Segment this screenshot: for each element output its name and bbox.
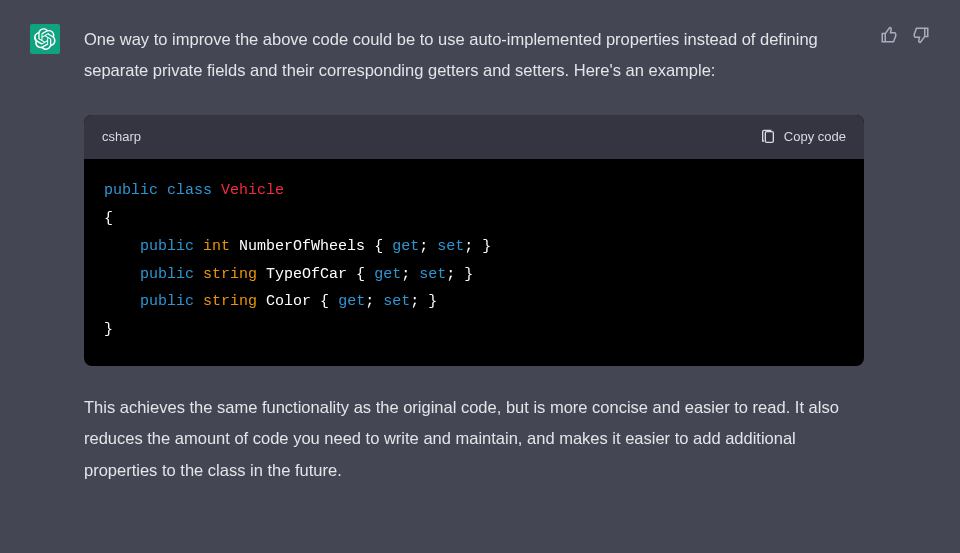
copy-code-button[interactable]: Copy code: [760, 125, 846, 150]
code-content: public class Vehicle { public int Number…: [84, 159, 864, 366]
clipboard-icon: [760, 129, 776, 145]
assistant-avatar: [30, 24, 60, 54]
code-language-label: csharp: [102, 125, 141, 150]
copy-code-label: Copy code: [784, 125, 846, 150]
openai-logo-icon: [34, 28, 56, 50]
feedback-buttons: [880, 26, 930, 44]
code-block: csharp Copy code public class Vehicle { …: [84, 115, 864, 366]
thumbs-down-button[interactable]: [912, 26, 930, 44]
intro-paragraph: One way to improve the above code could …: [84, 24, 864, 87]
outro-paragraph: This achieves the same functionality as …: [84, 392, 864, 486]
code-header: csharp Copy code: [84, 115, 864, 160]
assistant-message: One way to improve the above code could …: [0, 0, 960, 510]
thumbs-up-icon: [880, 26, 898, 44]
thumbs-up-button[interactable]: [880, 26, 898, 44]
svg-rect-0: [765, 132, 773, 143]
thumbs-down-icon: [912, 26, 930, 44]
message-content: One way to improve the above code could …: [84, 24, 864, 486]
